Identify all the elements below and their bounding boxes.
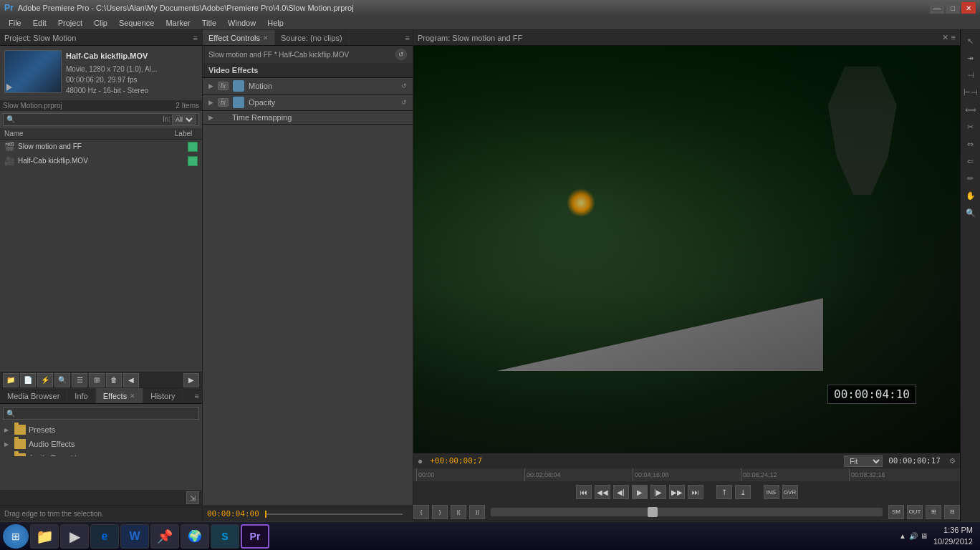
taskbar-app-premiere[interactable]: Pr (241, 524, 269, 549)
opacity-arrow: ▶ (208, 99, 213, 106)
new-bin-button[interactable]: 📁 (3, 373, 19, 387)
start-button[interactable]: ⊞ (3, 524, 29, 549)
project-search-in-select[interactable]: All (172, 115, 196, 125)
rt-track-select-tool[interactable]: ↠ (963, 50, 979, 66)
tc-extract-button[interactable]: ⤓ (735, 485, 751, 499)
tc-back-button[interactable]: ◀◀ (595, 485, 610, 499)
ec-effect-time-remapping[interactable]: ▶ Time Remapping (203, 111, 413, 125)
rt-slip-tool[interactable]: ⇔ (963, 136, 979, 152)
menu-item-clip[interactable]: Clip (88, 17, 113, 29)
close-button[interactable]: ✕ (961, 2, 976, 14)
ec-tab-close[interactable]: ✕ (263, 34, 269, 42)
menu-item-marker[interactable]: Marker (160, 17, 196, 29)
prev-button[interactable]: ◀ (123, 373, 139, 387)
tc-fwd-button[interactable]: ▶▶ (669, 485, 685, 499)
system-clock[interactable]: 1:36 PM 10/29/2012 (933, 525, 973, 547)
project-panel-menu[interactable]: ≡ (193, 34, 198, 42)
tab-effects-close[interactable]: ✕ (130, 392, 135, 400)
rt-hand-tool[interactable]: ✋ (963, 188, 979, 203)
menu-item-file[interactable]: File (3, 17, 27, 29)
tab-history[interactable]: History (143, 388, 183, 403)
ec-video-effects-header: Video Effects (203, 63, 413, 78)
project-search-input[interactable] (17, 115, 163, 123)
tc-go-in-button[interactable]: |{ (451, 505, 466, 519)
project-item-sequence[interactable]: 🎬 Slow motion and FF (0, 140, 202, 154)
ec-effect-opacity[interactable]: ▶ fx Opacity ↺ (203, 95, 413, 111)
rt-razor-tool[interactable]: ✂ (963, 119, 979, 135)
tc-step-back-button[interactable]: ⏮ (576, 485, 592, 499)
new-item-button[interactable]: 📄 (20, 373, 36, 387)
rt-select-tool[interactable]: ↖ (963, 33, 979, 49)
pm-fit-select[interactable]: Fit 25% 50% 100% (844, 455, 883, 467)
ec-clip-reset[interactable]: ↺ (395, 49, 407, 60)
taskbar-app-chrome[interactable]: 🌍 (181, 524, 209, 549)
menu-item-edit[interactable]: Edit (27, 17, 52, 29)
tab-effects[interactable]: Effects ✕ (96, 388, 143, 403)
rt-zoom-tool[interactable]: 🔍 (963, 205, 979, 221)
pm-menu-icon[interactable]: ≡ (951, 33, 956, 42)
next-button[interactable]: ▶ (183, 373, 199, 387)
taskbar-app-word[interactable]: W (120, 524, 149, 549)
tc-go-out-button[interactable]: }| (469, 505, 485, 519)
taskbar-app-ie[interactable]: e (90, 524, 119, 549)
tc-safe-margin[interactable]: SM (888, 505, 904, 519)
list-view-button[interactable]: ☰ (72, 373, 87, 387)
tc-btn-extra1[interactable]: ⊞ (926, 505, 941, 519)
ec-tab-effect-controls[interactable]: Effect Controls ✕ (203, 30, 275, 45)
ec-panel-menu[interactable]: ≡ (403, 34, 413, 42)
taskbar-app-misc[interactable]: 📌 (150, 524, 179, 549)
tab-info[interactable]: Info (67, 388, 95, 403)
taskbar-app-explorer[interactable]: 📁 (30, 524, 59, 549)
project-search-bar: 🔍 In: All (3, 113, 199, 126)
minimize-button[interactable]: — (930, 2, 944, 14)
menu-item-help[interactable]: Help (261, 17, 289, 29)
project-item-clip[interactable]: 🎥 Half-Cab kickflip.MOV (0, 154, 202, 168)
tc-play-stop-toggle[interactable]: ▶ (632, 485, 648, 499)
ec-effect-motion[interactable]: ▶ fx Motion ↺ (203, 78, 413, 95)
ec-clip-info: Slow motion and FF * Half-Cab kickflip.M… (203, 46, 413, 63)
automate-button[interactable]: ⚡ (37, 373, 53, 387)
maximize-button[interactable]: □ (946, 2, 960, 14)
tc-lift-button[interactable]: ⤒ (716, 485, 732, 499)
pm-settings-icon[interactable]: ⚙ (949, 457, 956, 465)
tc-overwrite-button[interactable]: OVR (782, 485, 798, 499)
tc-output-btn[interactable]: OUT (907, 505, 923, 519)
find-button[interactable]: 🔍 (54, 373, 70, 387)
tc-insert-button[interactable]: INS (764, 485, 779, 499)
rt-rate-stretch-tool[interactable]: ⟺ (963, 102, 979, 117)
motion-reset[interactable]: ↺ (401, 82, 407, 90)
tc-btn-extra2[interactable]: ⊟ (944, 505, 960, 519)
effects-presets-folder[interactable]: ▶ Presets (0, 423, 202, 437)
menu-item-sequence[interactable]: Sequence (113, 17, 160, 29)
tc-mark-out-button[interactable]: } (432, 505, 448, 519)
program-playhead-thumb[interactable] (648, 507, 658, 517)
rt-pen-tool[interactable]: ✏ (963, 170, 979, 186)
tc-mark-in-button[interactable]: { (413, 505, 429, 519)
tab-media-browser[interactable]: Media Browser (0, 388, 67, 403)
clip-label-color (188, 156, 198, 166)
ec-tab-source[interactable]: Source: (no clips) (275, 30, 349, 45)
rt-slide-tool[interactable]: ⇐ (963, 153, 979, 169)
rt-ripple-tool[interactable]: ⊣ (963, 67, 979, 83)
program-playhead-bar[interactable] (491, 508, 883, 516)
tc-step-fwd-button[interactable]: ⏭ (688, 485, 703, 499)
effects-panel-expand[interactable]: ⇲ (186, 491, 199, 504)
taskbar-app-skype[interactable]: S (211, 524, 239, 549)
menu-item-project[interactable]: Project (52, 17, 88, 29)
delete-button[interactable]: 🗑 (106, 373, 122, 387)
effects-audio-transitions-folder[interactable]: ▶ Audio Transitions (0, 451, 202, 456)
effects-panel-menu[interactable]: ≡ (192, 392, 202, 400)
thumbnail-play-button[interactable] (6, 84, 12, 91)
menu-item-title[interactable]: Title (196, 17, 222, 29)
pm-close-icon[interactable]: ✕ (942, 33, 948, 42)
taskbar-app-media[interactable]: ▶ (60, 524, 89, 549)
effects-search-input[interactable] (17, 410, 196, 418)
rt-rolling-tool[interactable]: ⊢⊣ (963, 85, 979, 100)
tc-step-frame-fwd[interactable]: |▶ (650, 485, 666, 499)
effects-audio-effects-folder[interactable]: ▶ Audio Effects (0, 437, 202, 451)
tc-step-frame-back[interactable]: ◀| (613, 485, 629, 499)
opacity-reset[interactable]: ↺ (401, 99, 407, 106)
icon-view-button[interactable]: ⊞ (89, 373, 105, 387)
project-thumbnail (4, 50, 62, 93)
menu-item-window[interactable]: Window (222, 17, 261, 29)
